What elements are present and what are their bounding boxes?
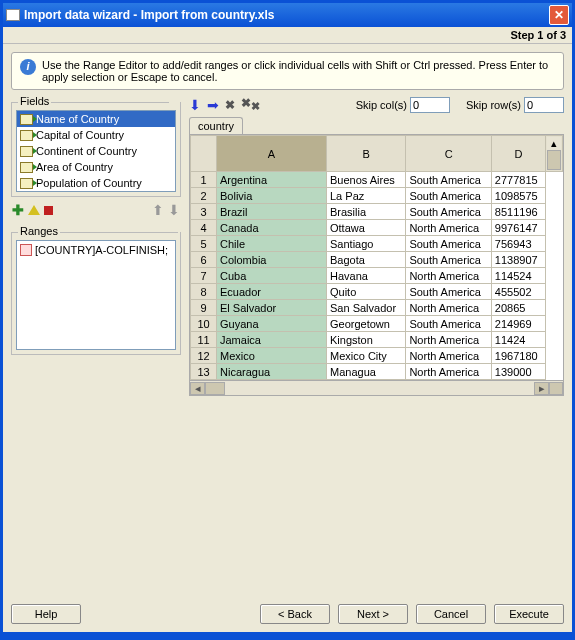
col-header[interactable]: A <box>217 136 327 172</box>
cell[interactable]: Managua <box>327 364 406 380</box>
cell[interactable]: Bagota <box>327 252 406 268</box>
cell[interactable]: North America <box>406 268 491 284</box>
cell[interactable]: Kingston <box>327 332 406 348</box>
col-header[interactable]: C <box>406 136 491 172</box>
col-header[interactable] <box>191 136 217 172</box>
cell[interactable]: South America <box>406 316 491 332</box>
cell[interactable]: Bolivia <box>217 188 327 204</box>
arrow-right-icon[interactable]: ➡ <box>207 97 219 113</box>
cell[interactable]: 5 <box>191 236 217 252</box>
cell[interactable]: 2777815 <box>491 172 545 188</box>
cell[interactable]: Cuba <box>217 268 327 284</box>
cell[interactable]: Guyana <box>217 316 327 332</box>
table-row[interactable]: 13NicaraguaManaguaNorth America139000 <box>191 364 563 380</box>
execute-button[interactable]: Execute <box>494 604 564 624</box>
cell[interactable]: South America <box>406 284 491 300</box>
edit-range-icon[interactable] <box>28 205 40 215</box>
cell[interactable]: 455502 <box>491 284 545 300</box>
fields-list[interactable]: Name of CountryCapital of CountryContine… <box>16 110 176 192</box>
cell[interactable]: San Salvador <box>327 300 406 316</box>
cell[interactable]: Nicaragua <box>217 364 327 380</box>
cell[interactable]: 10 <box>191 316 217 332</box>
cell[interactable]: Quito <box>327 284 406 300</box>
cell[interactable]: 13 <box>191 364 217 380</box>
cell[interactable]: 11424 <box>491 332 545 348</box>
table-row[interactable]: 10GuyanaGeorgetownSouth America214969 <box>191 316 563 332</box>
cell[interactable]: 214969 <box>491 316 545 332</box>
cell[interactable]: North America <box>406 332 491 348</box>
cell[interactable]: El Salvador <box>217 300 327 316</box>
table-row[interactable]: 5ChileSantiagoSouth America756943 <box>191 236 563 252</box>
cell[interactable]: South America <box>406 204 491 220</box>
cell[interactable]: Mexico City <box>327 348 406 364</box>
cell[interactable]: 20865 <box>491 300 545 316</box>
cell[interactable]: 1 <box>191 172 217 188</box>
ranges-list[interactable]: [COUNTRY]A-COLFINISH; <box>16 240 176 350</box>
cell[interactable]: Mexico <box>217 348 327 364</box>
cell[interactable]: 9 <box>191 300 217 316</box>
field-item[interactable]: Name of Country <box>17 111 175 127</box>
range-item[interactable]: [COUNTRY]A-COLFINISH; <box>19 243 173 257</box>
delete-range-icon[interactable] <box>44 206 53 215</box>
cell[interactable]: 3 <box>191 204 217 220</box>
field-item[interactable]: Continent of Country <box>17 143 175 159</box>
cell[interactable]: La Paz <box>327 188 406 204</box>
add-range-icon[interactable]: ✚ <box>12 202 24 218</box>
cell[interactable]: 2 <box>191 188 217 204</box>
skip-col-input[interactable] <box>410 97 450 113</box>
cell[interactable]: Brasilia <box>327 204 406 220</box>
cell[interactable]: Brazil <box>217 204 327 220</box>
cell[interactable]: Havana <box>327 268 406 284</box>
cell[interactable]: Argentina <box>217 172 327 188</box>
cell[interactable]: 4 <box>191 220 217 236</box>
close-button[interactable]: ✕ <box>549 5 569 25</box>
table-row[interactable]: 11JamaicaKingstonNorth America11424 <box>191 332 563 348</box>
h-scroll-thumb[interactable] <box>205 382 225 395</box>
table-row[interactable]: 9El SalvadorSan SalvadorNorth America208… <box>191 300 563 316</box>
skip-row-input[interactable] <box>524 97 564 113</box>
cell[interactable]: 8 <box>191 284 217 300</box>
cell[interactable]: 114524 <box>491 268 545 284</box>
clear-icon[interactable]: ✖ <box>225 98 235 112</box>
cell[interactable]: 7 <box>191 268 217 284</box>
field-item[interactable]: Capital of Country <box>17 127 175 143</box>
table-row[interactable]: 3BrazilBrasiliaSouth America8511196 <box>191 204 563 220</box>
sheet-tab[interactable]: country <box>189 117 243 134</box>
table-row[interactable]: 12MexicoMexico CityNorth America1967180 <box>191 348 563 364</box>
cell[interactable]: Colombia <box>217 252 327 268</box>
cell[interactable]: 6 <box>191 252 217 268</box>
table-row[interactable]: 4CanadaOttawaNorth America9976147 <box>191 220 563 236</box>
cell[interactable]: 12 <box>191 348 217 364</box>
col-header[interactable]: B <box>327 136 406 172</box>
cell[interactable]: Santiago <box>327 236 406 252</box>
table-row[interactable]: 1ArgentinaBuenos AiresSouth America27778… <box>191 172 563 188</box>
cell[interactable]: 9976147 <box>491 220 545 236</box>
v-scrollbar[interactable]: ▴ <box>546 136 563 172</box>
scroll-right-icon[interactable]: ▸ <box>534 382 549 395</box>
next-button[interactable]: Next > <box>338 604 408 624</box>
cell[interactable]: Chile <box>217 236 327 252</box>
clear-all-icon[interactable]: ✖✖ <box>241 96 260 113</box>
cell[interactable]: 139000 <box>491 364 545 380</box>
cell[interactable]: Buenos Aires <box>327 172 406 188</box>
cell[interactable]: Ottawa <box>327 220 406 236</box>
cell[interactable]: 1967180 <box>491 348 545 364</box>
table-row[interactable]: 7CubaHavanaNorth America114524 <box>191 268 563 284</box>
arrow-down-icon[interactable]: ⬇ <box>189 97 201 113</box>
cell[interactable]: North America <box>406 364 491 380</box>
cell[interactable]: South America <box>406 236 491 252</box>
cell[interactable]: 1138907 <box>491 252 545 268</box>
field-item[interactable]: Area of Country <box>17 159 175 175</box>
cell[interactable]: 8511196 <box>491 204 545 220</box>
cell[interactable]: South America <box>406 188 491 204</box>
cell[interactable]: 756943 <box>491 236 545 252</box>
table-row[interactable]: 8EcuadorQuitoSouth America455502 <box>191 284 563 300</box>
move-down-icon[interactable]: ⬇ <box>168 202 180 218</box>
cell[interactable]: Georgetown <box>327 316 406 332</box>
table-row[interactable]: 2BoliviaLa PazSouth America1098575 <box>191 188 563 204</box>
table-row[interactable]: 6ColombiaBagotaSouth America1138907 <box>191 252 563 268</box>
cell[interactable]: North America <box>406 300 491 316</box>
col-header[interactable]: D <box>491 136 545 172</box>
h-scrollbar[interactable]: ◂ ▸ <box>190 380 563 395</box>
move-up-icon[interactable]: ⬆ <box>152 202 164 218</box>
